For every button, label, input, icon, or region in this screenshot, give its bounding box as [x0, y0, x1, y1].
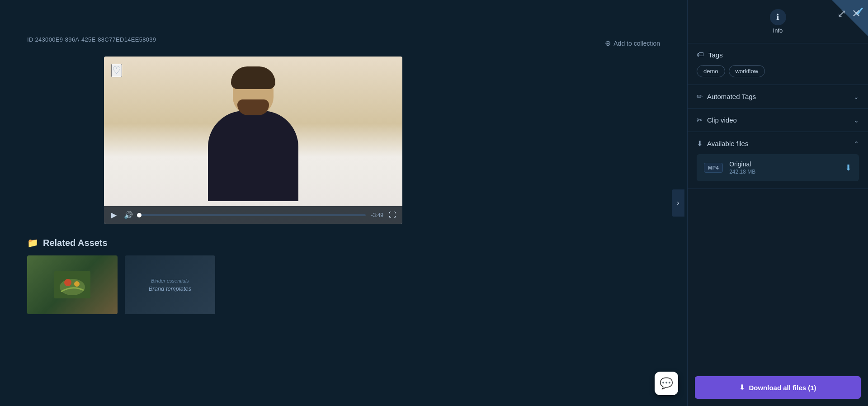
info-icon: ℹ	[770, 9, 786, 25]
file-format-badge: MP4	[704, 163, 723, 173]
video-player: ♡ ▶ 🔊 -3:49 ⛶	[104, 57, 402, 224]
plus-icon: ⊕	[605, 39, 611, 47]
automated-tags-title: Automated Tags	[707, 93, 756, 100]
tags-title-group: 🏷 Tags	[697, 51, 723, 59]
svg-point-1	[60, 279, 85, 295]
available-files-section: ⬇ Available files ⌃ MP4 Original 242.18 …	[688, 132, 868, 189]
video-controls: ▶ 🔊 -3:49 ⛶	[104, 206, 402, 224]
top-controls: ⤢ ✕	[837, 7, 861, 20]
available-files-title: Available files	[707, 140, 748, 147]
clip-video-title: Clip video	[707, 116, 737, 124]
download-section-icon: ⬇	[697, 139, 703, 148]
video-thumbnail	[104, 57, 402, 224]
right-panel: ✓ ℹ Info 🏷 Tags demo workflow ✏	[687, 0, 868, 406]
file-size: 242.18 MB	[729, 169, 839, 175]
brand-templates-thumbnail: Binder essentials Brand templates	[125, 255, 215, 314]
figure-body	[208, 111, 298, 201]
chat-icon: 💬	[660, 377, 673, 390]
food-image-thumbnail	[27, 255, 118, 314]
add-to-collection-label: Add to collection	[613, 40, 660, 47]
svg-point-3	[74, 281, 80, 287]
folder-icon: 📁	[27, 237, 38, 248]
tag-workflow[interactable]: workflow	[729, 65, 765, 77]
download-all-label: Download all files (1)	[749, 384, 816, 392]
time-display: -3:49	[371, 212, 383, 218]
brand-main-label: Brand templates	[149, 285, 192, 292]
food-svg	[54, 271, 90, 298]
tags-container: demo workflow	[697, 65, 859, 77]
video-fullscreen-button[interactable]: ⛶	[389, 211, 396, 219]
panel-content: 🏷 Tags demo workflow ✏ Automated Tags ⌄	[688, 43, 868, 371]
play-button[interactable]: ▶	[110, 210, 118, 220]
expand-fullscreen-button[interactable]: ⤢	[837, 7, 846, 20]
file-name: Original	[729, 161, 839, 168]
favorite-button[interactable]: ♡	[111, 64, 122, 77]
mute-button[interactable]: 🔊	[123, 210, 134, 220]
clip-video-title-group: ✂ Clip video	[697, 116, 737, 124]
chat-button[interactable]: 💬	[655, 372, 678, 395]
tags-icon: 🏷	[697, 51, 704, 59]
available-files-chevron: ⌃	[854, 140, 859, 147]
play-icon: ▶	[111, 211, 117, 219]
header-bar: ID 243000E9-896A-425E-88C77ED14EE58039 ⊕…	[27, 36, 660, 50]
figure-head	[233, 70, 274, 115]
progress-bar[interactable]	[139, 214, 366, 216]
related-assets-section: 📁 Related Assets	[27, 237, 660, 314]
download-all-icon: ⬇	[739, 383, 745, 392]
automated-tags-section: ✏ Automated Tags ⌄	[688, 85, 868, 109]
wand-icon: ✏	[697, 92, 703, 101]
progress-dot	[137, 213, 142, 217]
tag-demo[interactable]: demo	[697, 65, 725, 77]
panel-collapse-button[interactable]: ›	[672, 189, 684, 217]
close-button[interactable]: ✕	[852, 7, 861, 20]
asset-id: ID 243000E9-896A-425E-88C77ED14EE58039	[27, 36, 156, 43]
tags-section: 🏷 Tags demo workflow	[688, 43, 868, 85]
related-assets-grid: Binder essentials Brand templates	[27, 255, 660, 314]
available-files-header[interactable]: ⬇ Available files ⌃	[697, 139, 859, 148]
speaker-icon: 🔊	[124, 211, 133, 219]
file-info: Original 242.18 MB	[729, 161, 839, 175]
tags-section-header[interactable]: 🏷 Tags	[697, 51, 859, 59]
clip-video-section: ✂ Clip video ⌄	[688, 109, 868, 132]
brand-sub-label: Binder essentials	[149, 278, 192, 283]
download-all-button[interactable]: ⬇ Download all files (1)	[695, 376, 861, 399]
scissors-icon: ✂	[697, 116, 703, 124]
list-item[interactable]	[27, 255, 118, 314]
list-item[interactable]: Binder essentials Brand templates	[125, 255, 215, 314]
clip-video-chevron: ⌄	[854, 117, 859, 124]
available-files-title-group: ⬇ Available files	[697, 139, 748, 148]
clip-video-header[interactable]: ✂ Clip video ⌄	[697, 116, 859, 124]
add-to-collection-button[interactable]: ⊕ Add to collection	[605, 39, 660, 47]
related-assets-title: Related Assets	[43, 238, 108, 248]
download-file-button[interactable]: ⬇	[845, 163, 852, 173]
file-row: MP4 Original 242.18 MB ⬇	[697, 154, 859, 181]
related-assets-header: 📁 Related Assets	[27, 237, 660, 248]
info-label: Info	[773, 27, 783, 34]
video-subject-figure	[181, 70, 326, 197]
automated-tags-title-group: ✏ Automated Tags	[697, 92, 756, 101]
svg-point-2	[64, 279, 71, 286]
main-area: ID 243000E9-896A-425E-88C77ED14EE58039 ⊕…	[0, 0, 687, 406]
tags-section-title: Tags	[708, 51, 723, 59]
automated-tags-header[interactable]: ✏ Automated Tags ⌄	[697, 92, 859, 101]
automated-tags-chevron: ⌄	[854, 93, 859, 100]
